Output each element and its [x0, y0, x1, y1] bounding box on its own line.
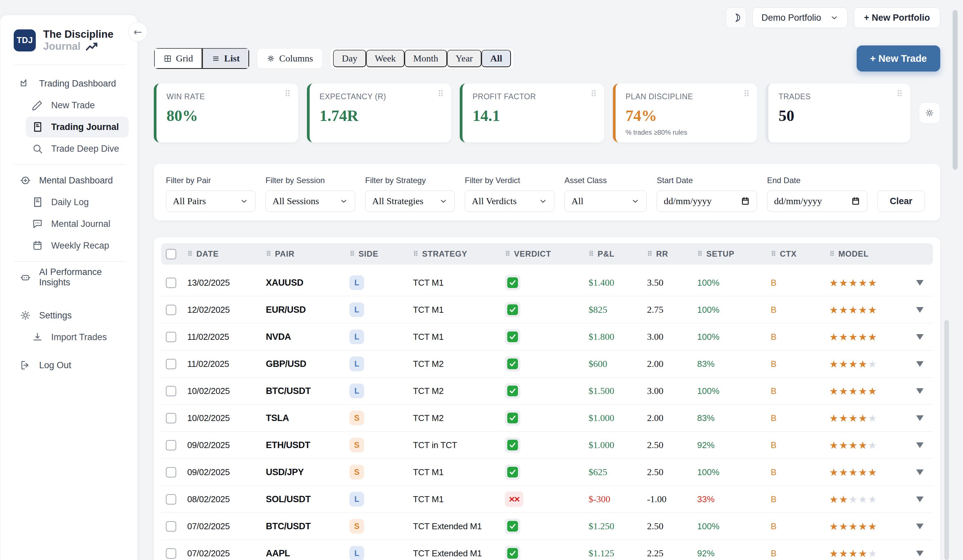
end-date-input[interactable]: dd/mm/yyyy: [767, 191, 867, 212]
filter-asset-class-select[interactable]: All: [564, 191, 647, 212]
drag-handle-icon[interactable]: ⠿: [266, 250, 271, 258]
row-checkbox[interactable]: [166, 548, 176, 559]
drag-handle-icon[interactable]: ⠿: [285, 89, 291, 98]
row-checkbox[interactable]: [166, 494, 176, 505]
sidebar-item-mental-journal[interactable]: Mental Journal: [26, 214, 129, 234]
sidebar-item-import-trades[interactable]: Import Trades: [26, 327, 129, 348]
expand-row-button[interactable]: [916, 307, 924, 313]
range-tab-day[interactable]: Day: [333, 50, 366, 67]
drag-handle-icon[interactable]: ⠿: [590, 89, 597, 98]
column-header-side[interactable]: ⠿SIDE: [349, 249, 413, 259]
trade-setup: 83%: [697, 413, 771, 423]
row-checkbox[interactable]: [166, 386, 176, 396]
table-row[interactable]: 10/02/2025 BTC/USDT L TCT M2 $1.500 3.00…: [161, 377, 933, 405]
column-header-strategy[interactable]: ⠿STRATEGY: [413, 249, 505, 259]
sidebar-item-new-trade[interactable]: New Trade: [26, 95, 129, 116]
gear-icon: [924, 108, 935, 118]
expand-row-button[interactable]: [916, 388, 924, 394]
sidebar-collapse-button[interactable]: ←: [128, 22, 148, 41]
row-checkbox[interactable]: [166, 413, 176, 423]
stats-settings-button[interactable]: [919, 102, 940, 124]
page-scrollbar[interactable]: [953, 10, 958, 170]
row-checkbox[interactable]: [166, 521, 176, 532]
drag-handle-icon[interactable]: ⠿: [829, 250, 835, 258]
drag-handle-icon[interactable]: ⠿: [413, 250, 419, 258]
expand-row-button[interactable]: [916, 524, 924, 529]
drag-handle-icon[interactable]: ⠿: [437, 89, 444, 98]
range-tab-year[interactable]: Year: [447, 50, 482, 67]
drag-handle-icon[interactable]: ⠿: [897, 89, 903, 98]
drag-handle-icon[interactable]: ⠿: [187, 250, 193, 258]
table-row[interactable]: 09/02/2025 ETH/USDT S TCT in TCT $1.000 …: [161, 432, 933, 459]
chevron-down-icon: [339, 197, 348, 206]
stat-label: EXPECTANCY (R): [319, 92, 441, 101]
column-header-pair[interactable]: ⠿PAIR: [266, 249, 349, 259]
grid-view-button[interactable]: Grid: [154, 48, 202, 69]
drag-handle-icon[interactable]: ⠿: [349, 250, 355, 258]
range-tab-month[interactable]: Month: [405, 50, 447, 67]
drag-handle-icon[interactable]: ⠿: [505, 250, 511, 258]
table-row[interactable]: 13/02/2025 XAUUSD L TCT M1 $1.400 3.50 1…: [161, 269, 933, 296]
table-row[interactable]: 12/02/2025 EUR/USD L TCT M1 $825 2.75 10…: [161, 296, 933, 324]
column-header-date[interactable]: ⠿DATE: [187, 249, 266, 259]
filter-strategy-select[interactable]: All Strategies: [365, 191, 455, 212]
column-header-model[interactable]: ⠿MODEL: [829, 249, 908, 259]
drag-handle-icon[interactable]: ⠿: [743, 89, 750, 98]
row-checkbox[interactable]: [166, 278, 176, 288]
sidebar-item-mental-dashboard[interactable]: Mental Dashboard: [14, 170, 129, 191]
range-tab-all[interactable]: All: [481, 50, 511, 67]
column-header-verdict[interactable]: ⠿VERDICT: [505, 249, 588, 259]
expand-row-button[interactable]: [916, 551, 924, 556]
table-row[interactable]: 07/02/2025 AAPL L TCT Extended M1 $1.125…: [161, 540, 933, 560]
sidebar-item-ai-performance-insights[interactable]: AI Performance Insights: [14, 267, 129, 288]
trade-strategy: TCT M1: [413, 467, 505, 477]
new-portfolio-button[interactable]: + New Portfolio: [854, 7, 940, 28]
row-checkbox[interactable]: [166, 332, 176, 342]
column-header-pl[interactable]: ⠿P&L: [588, 249, 647, 259]
table-row[interactable]: 08/02/2025 SOL/USDT L TCT M1 ×× $-300 -1…: [161, 486, 933, 513]
drag-handle-icon[interactable]: ⠿: [588, 250, 594, 258]
sidebar-item-daily-log[interactable]: Daily Log: [26, 192, 129, 212]
row-checkbox[interactable]: [166, 440, 176, 450]
drag-handle-icon[interactable]: ⠿: [647, 250, 653, 258]
columns-button[interactable]: Columns: [257, 48, 323, 69]
expand-row-button[interactable]: [916, 497, 924, 502]
row-checkbox[interactable]: [166, 467, 176, 477]
sidebar-item-log-out[interactable]: Log Out: [14, 355, 129, 375]
portfolio-select[interactable]: Demo Portfolio: [752, 7, 848, 28]
expand-row-button[interactable]: [916, 415, 924, 421]
new-trade-button[interactable]: + New Trade: [857, 45, 940, 71]
start-date-input[interactable]: dd/mm/yyyy: [657, 191, 757, 212]
filter-pair-select[interactable]: All Pairs: [166, 191, 255, 212]
row-checkbox[interactable]: [166, 305, 176, 315]
table-row[interactable]: 09/02/2025 USD/JPY S TCT M1 $625 2.50 10…: [161, 459, 933, 486]
sidebar-item-trade-deep-dive[interactable]: Trade Deep Dive: [26, 138, 129, 159]
expand-row-button[interactable]: [916, 361, 924, 367]
sidebar-item-trading-dashboard[interactable]: Trading Dashboard: [14, 73, 129, 94]
filter-session-select[interactable]: All Sessions: [266, 191, 355, 212]
drag-handle-icon[interactable]: ⠿: [697, 250, 703, 258]
row-checkbox[interactable]: [166, 359, 176, 369]
column-header-setup[interactable]: ⠿SETUP: [697, 249, 771, 259]
expand-row-button[interactable]: [916, 442, 924, 448]
expand-row-button[interactable]: [916, 334, 924, 340]
expand-row-button[interactable]: [916, 280, 924, 286]
table-row[interactable]: 11/02/2025 GBP/USD L TCT M2 $600 2.00 83…: [161, 351, 933, 377]
table-row[interactable]: 07/02/2025 BTC/USDT S TCT Extended M1 $1…: [161, 513, 933, 540]
column-header-ctx[interactable]: ⠿CTX: [771, 249, 829, 259]
range-tab-week[interactable]: Week: [366, 50, 405, 67]
column-header-rr[interactable]: ⠿RR: [647, 249, 697, 259]
sidebar-item-weekly-recap[interactable]: Weekly Recap: [26, 235, 129, 256]
expand-row-button[interactable]: [916, 469, 924, 475]
table-row[interactable]: 10/02/2025 TSLA S TCT M2 $1.000 2.00 83%…: [161, 405, 933, 432]
filter-verdict-select[interactable]: All Verdicts: [465, 191, 554, 212]
sidebar-item-trading-journal[interactable]: Trading Journal: [26, 117, 129, 138]
table-scrollbar[interactable]: [944, 320, 949, 560]
dark-mode-toggle[interactable]: [726, 7, 746, 28]
clear-filters-button[interactable]: Clear: [877, 191, 925, 212]
table-row[interactable]: 11/02/2025 NVDA L TCT M1 $1.800 3.00 100…: [161, 324, 933, 351]
list-view-button[interactable]: List: [202, 48, 249, 69]
drag-handle-icon[interactable]: ⠿: [771, 250, 777, 258]
sidebar-item-settings[interactable]: Settings: [14, 305, 129, 326]
select-all-checkbox[interactable]: [166, 249, 176, 259]
